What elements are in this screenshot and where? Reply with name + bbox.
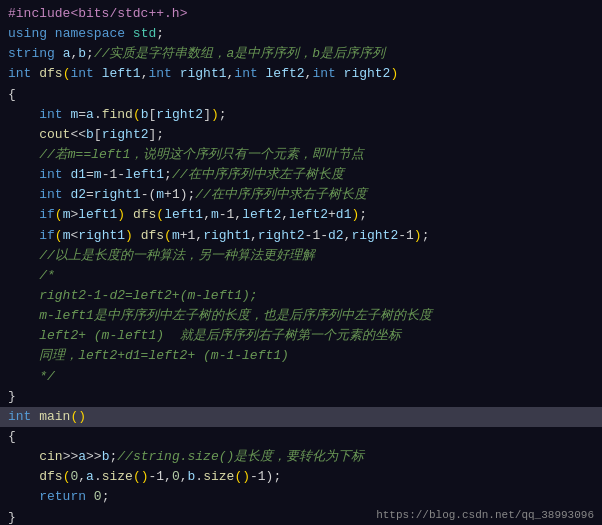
code-line: if(m<right1) dfs(m+1,right1,right2-1-d2,…	[0, 226, 602, 246]
code-line: dfs(0,a.size()-1,0,b.size()-1);	[0, 467, 602, 487]
code-line: */	[0, 367, 602, 387]
code-line: int main()	[0, 407, 602, 427]
code-line: if(m>left1) dfs(left1,m-1,left2,left2+d1…	[0, 205, 602, 225]
code-line: m-left1是中序序列中左子树的长度，也是后序序列中左子树的长度	[0, 306, 602, 326]
code-line: {	[0, 427, 602, 447]
code-editor: #include<bits/stdc++.h>using namespace s…	[0, 0, 602, 525]
code-line: 同理，left2+d1=left2+ (m-1-left1)	[0, 346, 602, 366]
code-line: int dfs(int left1,int right1,int left2,i…	[0, 64, 602, 84]
code-line: /*	[0, 266, 602, 286]
code-line: }	[0, 387, 602, 407]
code-line: using namespace std;	[0, 24, 602, 44]
code-line: string a,b;//实质是字符串数组，a是中序序列，b是后序序列	[0, 44, 602, 64]
code-lines: #include<bits/stdc++.h>using namespace s…	[0, 4, 602, 525]
code-line: right2-1-d2=left2+(m-left1);	[0, 286, 602, 306]
code-line: int d1=m-1-left1;//在中序序列中求左子树长度	[0, 165, 602, 185]
code-line: int d2=right1-(m+1);//在中序序列中求右子树长度	[0, 185, 602, 205]
code-line: {	[0, 85, 602, 105]
source-url: https://blog.csdn.net/qq_38993096	[376, 509, 594, 521]
code-line: left2+ (m-left1) 就是后序序列右子树第一个元素的坐标	[0, 326, 602, 346]
code-line: int m=a.find(b[right2]);	[0, 105, 602, 125]
code-line: return 0;	[0, 487, 602, 507]
code-line: //若m==left1，说明这个序列只有一个元素，即叶节点	[0, 145, 602, 165]
code-line: cin>>a>>b;//string.size()是长度，要转化为下标	[0, 447, 602, 467]
code-line: cout<<b[right2];	[0, 125, 602, 145]
code-line: #include<bits/stdc++.h>	[0, 4, 602, 24]
code-line: //以上是长度的一种算法，另一种算法更好理解	[0, 246, 602, 266]
